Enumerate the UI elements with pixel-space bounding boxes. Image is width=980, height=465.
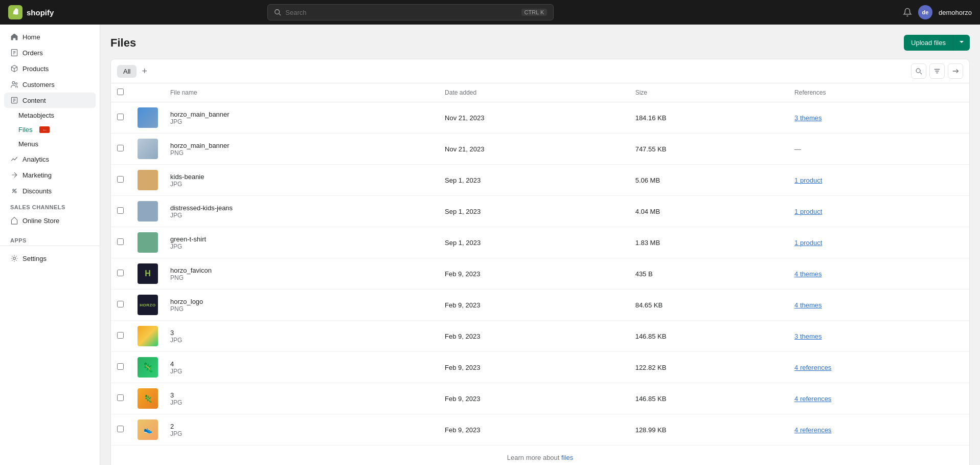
col-checkbox <box>111 83 131 102</box>
file-references[interactable]: 4 references <box>794 395 831 403</box>
row-date-cell: Feb 9, 2023 <box>439 258 629 290</box>
sidebar-item-marketing[interactable]: Marketing <box>4 167 96 183</box>
file-references[interactable]: 3 themes <box>794 333 822 340</box>
sidebar-item-orders[interactable]: Orders <box>4 45 96 60</box>
upload-button-group: Upload files <box>904 35 970 51</box>
row-thumb-cell <box>131 227 164 258</box>
filter-button[interactable] <box>929 63 945 79</box>
row-date-cell: Feb 9, 2023 <box>439 290 629 321</box>
file-name: horzo_main_banner <box>170 110 230 118</box>
row-checkbox-9[interactable] <box>117 394 124 401</box>
filter-icon <box>933 68 941 75</box>
row-checkbox-5[interactable] <box>117 270 124 276</box>
svg-point-20 <box>916 69 920 73</box>
search-shortcut: CTRL K <box>521 9 548 16</box>
sidebar: Home Orders Products Customers Content M… <box>0 25 100 465</box>
sidebar-item-analytics[interactable]: Analytics <box>4 151 96 167</box>
sidebar-label-discounts: Discounts <box>22 187 52 195</box>
apps-header: Apps <box>0 232 100 246</box>
row-thumb-cell <box>131 134 164 165</box>
avatar[interactable]: de <box>918 5 932 19</box>
row-checkbox-3[interactable] <box>117 207 124 214</box>
row-checkbox-6[interactable] <box>117 301 124 307</box>
search-filter-button[interactable] <box>911 63 926 79</box>
sidebar-item-menus[interactable]: Menus <box>4 137 96 151</box>
sidebar-item-content[interactable]: Content <box>4 93 96 108</box>
file-size: 84.65 KB <box>635 301 663 309</box>
row-name-cell: horzo_favicon PNG <box>164 258 439 290</box>
home-icon <box>10 33 18 41</box>
svg-line-21 <box>920 73 922 75</box>
upload-chevron-button[interactable] <box>953 35 970 51</box>
file-type: JPG <box>170 212 233 219</box>
file-type: PNG <box>170 305 203 313</box>
file-references[interactable]: 4 themes <box>794 270 822 278</box>
sort-button[interactable] <box>948 63 963 79</box>
file-references[interactable]: 1 product <box>794 176 822 184</box>
row-date-cell: Nov 21, 2023 <box>439 134 629 165</box>
row-size-cell: 747.55 KB <box>629 134 788 165</box>
file-references[interactable]: 4 references <box>794 426 831 434</box>
sidebar-item-home[interactable]: Home <box>4 29 96 45</box>
row-checkbox-cell <box>111 102 131 134</box>
bell-icon[interactable] <box>903 8 912 17</box>
upload-files-button[interactable]: Upload files <box>904 35 953 51</box>
sidebar-label-files: Files <box>18 126 32 134</box>
file-references[interactable]: 3 themes <box>794 114 822 122</box>
row-thumb-cell: 👟 <box>131 414 164 446</box>
sidebar-item-files[interactable]: Files ← <box>4 123 96 137</box>
sidebar-item-settings[interactable]: Settings <box>4 251 96 266</box>
row-checkbox-cell <box>111 258 131 290</box>
row-checkbox-10[interactable] <box>117 426 124 432</box>
file-size: 747.55 KB <box>635 145 667 153</box>
file-references-dash: — <box>794 145 801 153</box>
search-bar[interactable]: CTRL K <box>267 4 554 20</box>
sidebar-item-customers[interactable]: Customers <box>4 77 96 92</box>
file-date: Nov 21, 2023 <box>445 114 484 122</box>
file-thumbnail: 🦎 <box>138 388 158 409</box>
file-thumbnail: H <box>138 263 158 284</box>
files-learn-more-link[interactable]: files <box>561 454 573 461</box>
select-all-checkbox[interactable] <box>117 88 124 95</box>
file-name: horzo_logo <box>170 298 203 305</box>
row-checkbox-1[interactable] <box>117 145 124 151</box>
row-ref-cell: 4 references <box>788 414 969 446</box>
search-input[interactable] <box>285 9 517 16</box>
file-thumbnail <box>138 232 158 253</box>
row-checkbox-4[interactable] <box>117 238 124 245</box>
file-references[interactable]: 1 product <box>794 239 822 247</box>
table-row: kids-beanie JPG Sep 1, 2023 5.06 MB 1 pr… <box>111 165 969 196</box>
row-ref-cell: 4 references <box>788 352 969 383</box>
row-checkbox-0[interactable] <box>117 114 124 120</box>
row-ref-cell: — <box>788 134 969 165</box>
row-checkbox-8[interactable] <box>117 363 124 370</box>
sidebar-item-online-store[interactable]: Online Store <box>4 213 96 228</box>
svg-line-2 <box>279 14 281 16</box>
row-size-cell: 84.65 KB <box>629 290 788 321</box>
files-footer: Learn more about files <box>111 445 969 465</box>
file-date: Sep 1, 2023 <box>445 208 481 215</box>
shopify-logo[interactable]: shopify <box>8 5 90 19</box>
products-icon <box>10 64 18 73</box>
main-content: Files Upload files All + <box>100 25 980 465</box>
row-thumb-cell: H <box>131 258 164 290</box>
file-references[interactable]: 4 themes <box>794 301 822 309</box>
row-checkbox-cell <box>111 290 131 321</box>
file-thumbnail: HORZO <box>138 295 158 315</box>
row-checkbox-2[interactable] <box>117 176 124 183</box>
username[interactable]: demohorzo <box>939 9 972 16</box>
table-row: 🦎 4 JPG Feb 9, 2023 122.82 KB 4 referenc… <box>111 352 969 383</box>
row-date-cell: Nov 21, 2023 <box>439 102 629 134</box>
row-checkbox-cell <box>111 321 131 352</box>
row-checkbox-7[interactable] <box>117 332 124 339</box>
tab-all[interactable]: All <box>117 65 136 78</box>
table-row: HORZO horzo_logo PNG Feb 9, 2023 84.65 K… <box>111 290 969 321</box>
add-tab-button[interactable]: + <box>139 65 150 78</box>
file-size: 128.99 KB <box>635 426 667 434</box>
file-references[interactable]: 4 references <box>794 364 831 371</box>
sidebar-item-metaobjects[interactable]: Metaobjects <box>4 108 96 122</box>
search-small-icon <box>915 68 922 75</box>
sidebar-item-discounts[interactable]: Discounts <box>4 183 96 198</box>
file-references[interactable]: 1 product <box>794 208 822 215</box>
sidebar-item-products[interactable]: Products <box>4 61 96 76</box>
